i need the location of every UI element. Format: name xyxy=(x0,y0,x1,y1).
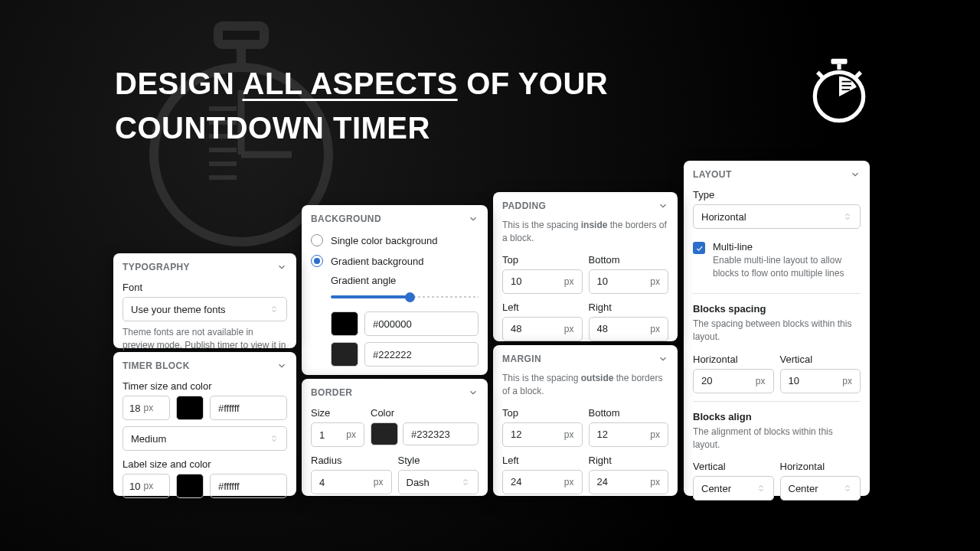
gradient-angle-slider[interactable] xyxy=(331,290,479,304)
timer-size-label: Timer size and color xyxy=(122,380,287,392)
select-chevrons-icon xyxy=(843,212,852,221)
margin-top-input[interactable]: 12px xyxy=(502,422,583,447)
padding-left-input[interactable]: 48px xyxy=(502,317,583,341)
margin-bottom-input[interactable]: 12px xyxy=(589,422,669,447)
divider xyxy=(693,401,861,402)
label-color-input[interactable]: #ffffff xyxy=(210,474,287,498)
chevron-down-icon xyxy=(850,169,861,180)
radio-checked-icon xyxy=(311,255,323,267)
select-chevrons-icon xyxy=(843,484,852,493)
blocks-spacing-help: The spacing between blocks within this l… xyxy=(693,318,861,344)
layout-panel: LAYOUT Type Horizontal Multi-line Enable… xyxy=(684,161,870,496)
divider xyxy=(693,293,861,294)
multiline-checkbox[interactable] xyxy=(693,242,705,254)
margin-left-input[interactable]: 24px xyxy=(502,470,583,494)
margin-panel-header[interactable]: MARGIN xyxy=(493,345,678,372)
bg-radio-single[interactable]: Single color background xyxy=(311,232,479,253)
label-color-swatch[interactable] xyxy=(176,474,204,498)
font-label: Font xyxy=(122,282,287,293)
blocks-spacing-title: Blocks spacing xyxy=(693,303,861,315)
margin-help: This is the spacing outside the borders … xyxy=(502,372,668,399)
multiline-label: Multi-line xyxy=(713,241,861,253)
timerblock-panel: TIMER BLOCK Timer size and color 18px #f… xyxy=(113,352,296,496)
border-panel: BORDER Size1px Color#232323 Radius4px St… xyxy=(302,379,488,496)
border-color-input[interactable]: #232323 xyxy=(403,422,479,445)
border-style-select[interactable]: Dash xyxy=(398,470,479,494)
blocks-align-title: Blocks align xyxy=(693,411,861,422)
border-radius-input[interactable]: 4px xyxy=(311,470,392,494)
border-color-swatch[interactable] xyxy=(371,422,398,445)
padding-panel: PADDING This is the spacing inside the b… xyxy=(493,192,678,341)
gradient-color2-swatch[interactable] xyxy=(331,342,358,367)
timer-color-input[interactable]: #ffffff xyxy=(210,396,287,420)
gradient-color1-swatch[interactable] xyxy=(331,311,358,336)
select-chevrons-icon xyxy=(270,305,279,314)
background-panel-header[interactable]: BACKGROUND xyxy=(302,205,488,232)
blocks-align-help: The alignment of blocks within this layo… xyxy=(693,425,861,452)
timer-weight-select[interactable]: Medium xyxy=(122,426,287,451)
border-size-input[interactable]: 1px xyxy=(311,422,364,447)
label-size-label: Label size and color xyxy=(122,458,287,470)
timer-size-input[interactable]: 18px xyxy=(122,396,170,420)
align-vertical-select[interactable]: Center xyxy=(693,476,774,500)
select-chevrons-icon xyxy=(461,478,470,487)
layout-type-select[interactable]: Horizontal xyxy=(693,204,861,229)
chevron-down-icon xyxy=(276,262,287,272)
chevron-down-icon xyxy=(468,387,479,398)
multiline-help: Enable multi-line layout to allow blocks… xyxy=(713,254,861,281)
chevron-down-icon xyxy=(658,354,668,364)
chevron-down-icon xyxy=(468,214,479,224)
padding-panel-header[interactable]: PADDING xyxy=(493,192,678,219)
layout-type-label: Type xyxy=(693,189,861,201)
border-panel-header[interactable]: BORDER xyxy=(302,379,488,406)
select-chevrons-icon xyxy=(270,434,279,443)
layout-panel-header[interactable]: LAYOUT xyxy=(684,161,870,187)
spacing-vertical-input[interactable]: 10px xyxy=(780,369,861,393)
bg-radio-gradient[interactable]: Gradient background xyxy=(311,253,479,273)
select-chevrons-icon xyxy=(756,484,766,493)
margin-panel: MARGIN This is the spacing outside the b… xyxy=(493,345,678,496)
chevron-down-icon xyxy=(276,360,287,371)
padding-right-input[interactable]: 48px xyxy=(589,317,669,341)
gradient-color2-input[interactable]: #222222 xyxy=(364,342,479,367)
margin-right-input[interactable]: 24px xyxy=(589,470,669,494)
gradient-color1-input[interactable]: #000000 xyxy=(364,311,479,336)
chevron-down-icon xyxy=(658,201,668,211)
gradient-angle-label: Gradient angle xyxy=(331,275,479,286)
timer-color-swatch[interactable] xyxy=(176,396,204,420)
align-horizontal-select[interactable]: Center xyxy=(780,476,861,500)
padding-help: This is the spacing inside the borders o… xyxy=(502,219,668,246)
padding-top-input[interactable]: 10px xyxy=(502,269,583,294)
spacing-horizontal-input[interactable]: 20px xyxy=(693,369,774,393)
font-select[interactable]: Use your theme fonts xyxy=(122,297,287,321)
typography-panel: TYPOGRAPHY Font Use your theme fonts The… xyxy=(113,253,296,348)
typography-panel-header[interactable]: TYPOGRAPHY xyxy=(113,253,296,280)
timerblock-panel-header[interactable]: TIMER BLOCK xyxy=(113,352,296,379)
padding-bottom-input[interactable]: 10px xyxy=(589,269,669,294)
radio-icon xyxy=(311,234,323,246)
label-size-input[interactable]: 10px xyxy=(122,474,170,498)
background-panel: BACKGROUND Single color background Gradi… xyxy=(302,205,488,375)
